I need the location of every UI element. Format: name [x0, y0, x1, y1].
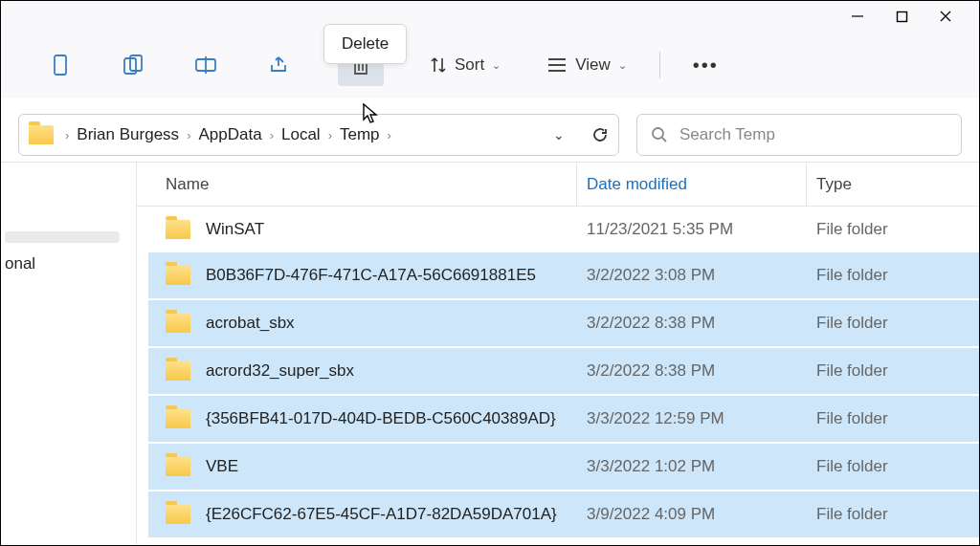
folder-icon [29, 125, 54, 144]
chevron-down-icon: ⌄ [492, 59, 501, 72]
title-bar [1, 1, 979, 32]
folder-icon [166, 266, 190, 285]
toolbar: Delete Sort ⌄ View ⌄ ••• [1, 32, 979, 98]
folder-icon [166, 220, 190, 239]
file-type: File folder [816, 220, 979, 239]
breadcrumb-item[interactable]: Brian Burgess [77, 125, 179, 144]
file-list: Name ︿ Date modified Type WinSAT11/23/20… [137, 163, 979, 545]
file-date: 3/2/2022 8:38 PM [587, 361, 816, 381]
file-type: File folder [816, 361, 979, 381]
column-date-modified[interactable]: ︿ Date modified [577, 163, 807, 206]
folder-icon [166, 505, 190, 524]
file-name: acrobat_sbx [206, 314, 587, 333]
file-name: {356BFB41-017D-404D-BEDB-C560C40389AD} [206, 409, 587, 428]
chevron-right-icon: › [386, 128, 393, 142]
view-icon [546, 56, 568, 74]
share-icon[interactable] [265, 52, 292, 78]
nav-item-selected[interactable] [5, 231, 120, 243]
content-area: onal Name ︿ Date modified Type WinSAT11/… [1, 163, 979, 545]
view-label: View [575, 55, 611, 75]
svg-point-12 [653, 128, 663, 139]
minimize-button[interactable] [835, 1, 880, 32]
more-button[interactable]: ••• [693, 55, 719, 76]
column-headers: Name ︿ Date modified Type [137, 163, 979, 207]
cursor-icon [362, 102, 379, 128]
copy-icon[interactable] [120, 52, 146, 78]
file-name: VBE [206, 457, 587, 476]
chevron-right-icon: › [326, 128, 334, 142]
navigation-pane[interactable]: onal [1, 163, 137, 545]
chevron-right-icon: › [185, 128, 192, 142]
file-name: {E26CFC62-67E5-45CF-A1D7-82DA59DA701A} [206, 505, 587, 524]
chevron-right-icon: › [63, 128, 71, 142]
cut-icon[interactable] [47, 52, 74, 78]
file-date: 11/23/2021 5:35 PM [587, 220, 816, 239]
folder-icon [166, 361, 190, 381]
nav-item[interactable]: onal [1, 249, 136, 279]
chevron-down-icon: ⌄ [618, 59, 627, 72]
table-row[interactable]: acrobat_sbx3/2/2022 8:38 PMFile folder [148, 300, 979, 346]
table-row[interactable]: acrord32_super_sbx3/2/2022 8:38 PMFile f… [148, 348, 979, 394]
file-type: File folder [816, 505, 979, 524]
file-date: 3/3/2022 1:02 PM [587, 457, 816, 476]
delete-tooltip: Delete [323, 24, 407, 64]
table-row[interactable]: {356BFB41-017D-404D-BEDB-C560C40389AD}3/… [148, 396, 979, 442]
table-row[interactable]: WinSAT11/23/2021 5:35 PMFile folder [148, 207, 979, 252]
svg-rect-1 [897, 11, 906, 21]
breadcrumb-item[interactable]: Temp [340, 125, 380, 144]
sort-label: Sort [455, 55, 484, 75]
separator [659, 52, 660, 78]
file-type: File folder [816, 314, 979, 333]
file-rows: WinSAT11/23/2021 5:35 PMFile folderB0B36… [137, 207, 979, 537]
file-date: 3/9/2022 4:09 PM [587, 505, 816, 524]
close-button[interactable] [924, 1, 968, 32]
search-box[interactable]: Search Temp [636, 114, 962, 156]
svg-rect-4 [55, 55, 66, 75]
svg-line-13 [662, 138, 666, 142]
table-row[interactable]: VBE3/3/2022 1:02 PMFile folder [148, 444, 979, 490]
maximize-button[interactable] [880, 1, 924, 32]
file-name: WinSAT [206, 220, 587, 239]
refresh-icon[interactable] [591, 126, 609, 143]
chevron-right-icon: › [268, 128, 276, 142]
folder-icon [166, 409, 190, 428]
file-type: File folder [816, 457, 979, 476]
history-dropdown-icon[interactable]: ⌄ [553, 127, 565, 142]
folder-icon [166, 314, 190, 333]
address-bar[interactable]: › Brian Burgess › AppData › Local › Temp… [18, 114, 619, 156]
file-date: 3/2/2022 8:38 PM [587, 314, 816, 333]
column-name[interactable]: Name [166, 163, 577, 206]
search-icon [651, 126, 668, 143]
file-date: 3/2/2022 3:08 PM [587, 266, 816, 285]
file-type: File folder [816, 409, 979, 428]
breadcrumb-item[interactable]: Local [281, 125, 321, 144]
view-button[interactable]: View ⌄ [546, 55, 627, 75]
search-placeholder: Search Temp [679, 125, 775, 144]
folder-icon [166, 457, 190, 476]
sort-button[interactable]: Sort ⌄ [430, 55, 501, 75]
file-date: 3/3/2022 12:59 PM [587, 409, 816, 428]
sort-ascending-icon: ︿ [644, 163, 655, 164]
sort-icon [430, 55, 447, 75]
file-name: B0B36F7D-476F-471C-A17A-56C6691881E5 [206, 266, 587, 285]
file-type: File folder [816, 266, 979, 285]
breadcrumb-item[interactable]: AppData [198, 125, 261, 144]
column-type[interactable]: Type [807, 163, 979, 206]
file-explorer-window: Delete Sort ⌄ View ⌄ ••• [0, 0, 980, 546]
nav-row: › Brian Burgess › AppData › Local › Temp… [1, 98, 979, 163]
file-name: acrord32_super_sbx [206, 361, 587, 381]
table-row[interactable]: B0B36F7D-476F-471C-A17A-56C6691881E53/2/… [148, 252, 979, 298]
table-row[interactable]: {E26CFC62-67E5-45CF-A1D7-82DA59DA701A}3/… [148, 491, 979, 537]
rename-icon[interactable] [192, 52, 219, 78]
